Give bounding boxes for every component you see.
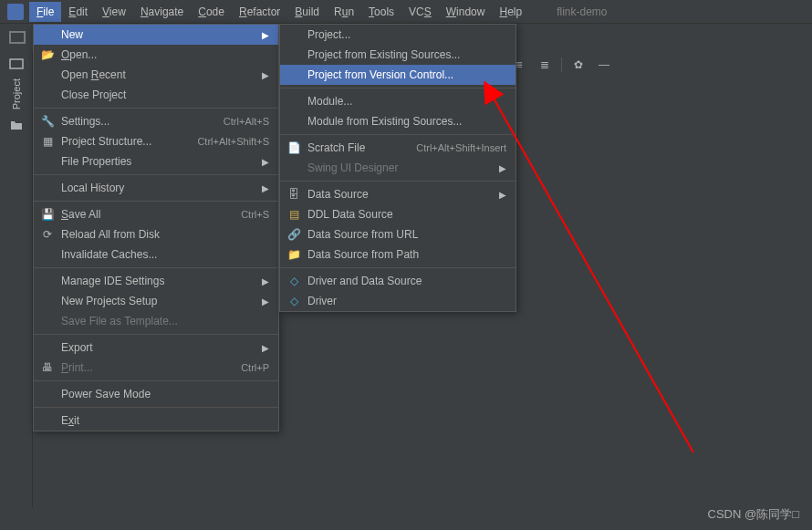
menu-settings-label: Settings... bbox=[61, 115, 109, 128]
menu-save-all-shortcut: Ctrl+S bbox=[241, 209, 269, 220]
scratch-icon: 📄 bbox=[286, 140, 301, 155]
menubar-help[interactable]: Help bbox=[492, 2, 529, 22]
save-icon: 💾 bbox=[40, 207, 55, 222]
menu-ddl[interactable]: ▤ DDL Data Source bbox=[280, 204, 515, 224]
menu-data-source[interactable]: 🗄 Data Source ▶ bbox=[280, 184, 515, 204]
menu-project-existing-label: Project from Existing Sources... bbox=[307, 48, 460, 61]
menubar-file[interactable]: File bbox=[29, 2, 61, 22]
window-icon[interactable] bbox=[9, 31, 26, 44]
menu-new-project-label: Project... bbox=[307, 28, 350, 41]
right-toolbar: ≡ ≣ ✿ — bbox=[503, 51, 620, 78]
app-icon bbox=[7, 4, 24, 20]
menu-new-project[interactable]: Project... bbox=[280, 25, 515, 45]
submenu-arrow-icon: ▶ bbox=[262, 157, 269, 167]
menubar-vcs[interactable]: VCS bbox=[401, 2, 439, 22]
menu-swing-label: Swing UI Designer bbox=[307, 161, 398, 174]
menu-driver[interactable]: ◇ Driver bbox=[280, 291, 515, 311]
menu-local-history[interactable]: Local History ▶ bbox=[34, 178, 278, 198]
menu-save-all[interactable]: 💾 Save All Ctrl+S bbox=[34, 204, 278, 224]
ddl-icon: ▤ bbox=[286, 207, 301, 222]
menu-separator bbox=[34, 334, 278, 335]
driver-ds-icon: ◇ bbox=[286, 274, 301, 288]
reload-icon: ⟳ bbox=[40, 227, 55, 242]
submenu-arrow-icon: ▶ bbox=[262, 296, 269, 307]
menu-local-history-label: Local History bbox=[61, 182, 124, 194]
menubar: File Edit View Navigate Code Refactor Bu… bbox=[0, 0, 812, 24]
submenu-arrow-icon: ▶ bbox=[499, 190, 506, 200]
menu-file-properties-label: File Properties bbox=[61, 155, 131, 168]
menu-open[interactable]: 📂 Open... bbox=[34, 45, 278, 65]
menu-manage-ide[interactable]: Manage IDE Settings ▶ bbox=[34, 271, 278, 291]
menu-separator bbox=[34, 407, 278, 408]
expand-icon[interactable]: ≣ bbox=[536, 56, 554, 74]
menu-ds-url[interactable]: 🔗 Data Source from URL bbox=[280, 224, 515, 244]
menu-close-project[interactable]: Close Project bbox=[34, 85, 278, 105]
menu-open-label: Open... bbox=[61, 48, 97, 61]
menu-separator bbox=[280, 88, 515, 88]
menu-exit[interactable]: Exit bbox=[34, 410, 278, 431]
submenu-arrow-icon: ▶ bbox=[262, 70, 269, 80]
database-icon: 🗄 bbox=[286, 187, 301, 202]
menu-power-save[interactable]: Power Save Mode bbox=[34, 384, 278, 404]
menu-new-projects-setup-label: New Projects Setup bbox=[61, 295, 157, 307]
menu-print: 🖶 Print... Ctrl+P bbox=[34, 358, 278, 378]
menu-module[interactable]: Module... bbox=[280, 91, 515, 111]
menu-print-label: Print... bbox=[61, 361, 93, 374]
menu-ddl-label: DDL Data Source bbox=[307, 208, 393, 221]
menu-separator bbox=[34, 380, 278, 381]
menu-ds-path[interactable]: 📁 Data Source from Path bbox=[280, 244, 515, 265]
menubar-window[interactable]: Window bbox=[439, 2, 493, 22]
menu-settings[interactable]: 🔧 Settings... Ctrl+Alt+S bbox=[34, 111, 278, 131]
menu-invalidate[interactable]: Invalidate Caches... bbox=[34, 244, 278, 265]
menu-power-save-label: Power Save Mode bbox=[61, 388, 151, 400]
menubar-view[interactable]: View bbox=[95, 2, 133, 22]
menu-export-label: Export bbox=[61, 341, 93, 354]
menu-project-vcs-label: Project from Version Control... bbox=[307, 68, 453, 81]
menu-module-existing[interactable]: Module from Existing Sources... bbox=[280, 111, 515, 131]
menu-project-structure-label: Project Structure... bbox=[61, 135, 151, 148]
menu-scratch-shortcut: Ctrl+Alt+Shift+Insert bbox=[416, 142, 506, 153]
new-submenu: Project... Project from Existing Sources… bbox=[279, 24, 516, 312]
menubar-navigate[interactable]: Navigate bbox=[133, 2, 191, 22]
menu-project-structure-shortcut: Ctrl+Alt+Shift+S bbox=[197, 136, 269, 147]
driver-icon: ◇ bbox=[286, 294, 301, 308]
menu-separator bbox=[34, 174, 278, 175]
menu-invalidate-label: Invalidate Caches... bbox=[61, 248, 157, 261]
menu-project-vcs[interactable]: Project from Version Control... bbox=[280, 65, 515, 85]
menu-open-recent-label: Open Recent bbox=[61, 68, 126, 81]
menu-separator bbox=[34, 267, 278, 268]
menu-open-recent[interactable]: Open Recent ▶ bbox=[34, 65, 278, 85]
left-tool-window[interactable]: Project bbox=[0, 51, 33, 507]
menu-module-existing-label: Module from Existing Sources... bbox=[307, 115, 462, 128]
project-name: flink-demo bbox=[557, 5, 607, 18]
menubar-tools[interactable]: Tools bbox=[361, 2, 401, 22]
url-icon: 🔗 bbox=[286, 227, 301, 242]
menu-project-structure[interactable]: ▦ Project Structure... Ctrl+Alt+Shift+S bbox=[34, 131, 278, 151]
menu-separator bbox=[34, 108, 278, 109]
menubar-refactor[interactable]: Refactor bbox=[232, 2, 287, 22]
menu-save-all-label: Save All bbox=[61, 208, 100, 221]
submenu-arrow-icon: ▶ bbox=[262, 183, 269, 193]
menu-scratch[interactable]: 📄 Scratch File Ctrl+Alt+Shift+Insert bbox=[280, 138, 515, 158]
file-menu: New ▶ 📂 Open... Open Recent ▶ Close Proj… bbox=[33, 24, 279, 431]
menubar-edit[interactable]: Edit bbox=[61, 2, 95, 22]
minimize-icon[interactable]: — bbox=[595, 56, 613, 74]
menu-new-projects-setup[interactable]: New Projects Setup ▶ bbox=[34, 291, 278, 311]
menubar-code[interactable]: Code bbox=[191, 2, 232, 22]
menu-ds-path-label: Data Source from Path bbox=[307, 248, 419, 261]
menu-exit-label: Exit bbox=[61, 414, 79, 427]
menu-settings-shortcut: Ctrl+Alt+S bbox=[224, 116, 269, 127]
project-tool-label: Project bbox=[11, 78, 22, 109]
gear-icon[interactable]: ✿ bbox=[569, 56, 588, 74]
menu-new[interactable]: New ▶ bbox=[34, 25, 278, 45]
folder-open-icon: 📂 bbox=[40, 47, 55, 62]
menubar-run[interactable]: Run bbox=[327, 2, 361, 22]
menu-project-existing[interactable]: Project from Existing Sources... bbox=[280, 45, 515, 65]
menu-driver-ds[interactable]: ◇ Driver and Data Source bbox=[280, 271, 515, 291]
menubar-build[interactable]: Build bbox=[287, 2, 327, 22]
submenu-arrow-icon: ▶ bbox=[262, 276, 269, 286]
menu-separator bbox=[280, 267, 515, 268]
menu-file-properties[interactable]: File Properties ▶ bbox=[34, 151, 278, 171]
menu-reload[interactable]: ⟳ Reload All from Disk bbox=[34, 224, 278, 244]
menu-export[interactable]: Export ▶ bbox=[34, 338, 278, 358]
